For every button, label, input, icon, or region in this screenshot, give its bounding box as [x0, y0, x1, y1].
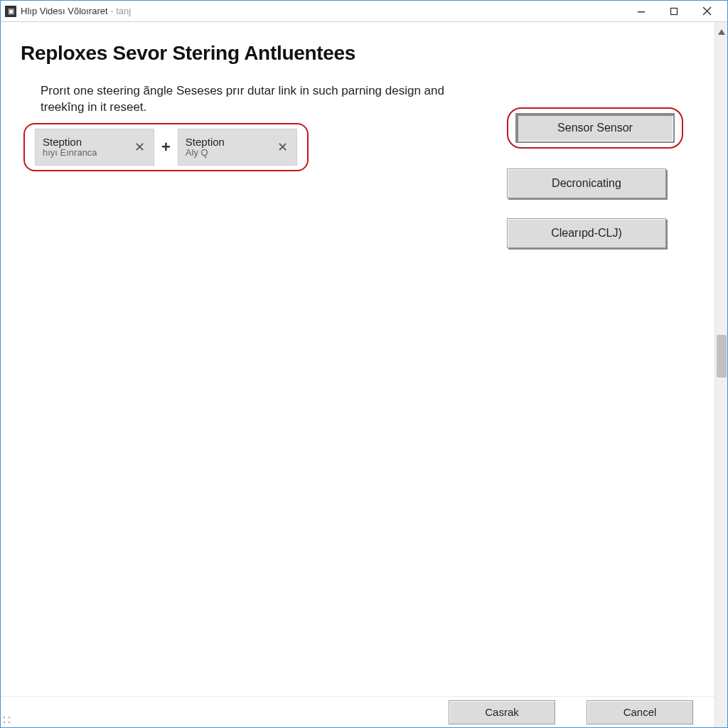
window-controls: [625, 1, 723, 21]
titlebar: ▣ Hlıp Videsı Võloıraret - tanj: [1, 1, 727, 22]
scroll-thumb[interactable]: [717, 335, 727, 378]
sensor-highlight: Sensor Sensor: [507, 107, 683, 149]
content-pane: Reploxes Sevor Stering Antluentees Prorı…: [1, 22, 714, 727]
app-window: ▣ Hlıp Videsı Võloıraret - tanj Reploxes…: [0, 0, 728, 728]
cancel-button[interactable]: Cancel: [587, 700, 693, 724]
chip-steption-2[interactable]: Steption Aly Q ✕: [178, 129, 297, 166]
svg-rect-1: [671, 8, 678, 14]
clear-button[interactable]: Clearıpd-CLJ): [507, 218, 666, 248]
chip-sub: Aly Q: [186, 148, 225, 159]
sensor-sensor-button[interactable]: Sensor Sensor: [515, 113, 675, 143]
vertical-scrollbar[interactable]: [714, 22, 727, 727]
resize-grip-icon[interactable]: ⸬: [4, 714, 10, 726]
minimize-button[interactable]: [625, 1, 658, 21]
right-button-column: Sensor Sensor Decronicating Clearıpd-CLJ…: [507, 107, 683, 248]
scroll-up-icon[interactable]: [717, 28, 727, 38]
chip-close-icon[interactable]: ✕: [276, 139, 289, 155]
window-title: Hlıp Videsı Võloıraret - tanj: [21, 6, 131, 16]
chip-label: Steption: [43, 136, 97, 148]
footer-bar: Casrak Cancel: [1, 696, 714, 727]
description-text: Prorıt one steering ãngle Seseses prır d…: [41, 83, 474, 116]
svg-rect-0: [638, 11, 645, 13]
minimize-icon: [637, 7, 646, 16]
chip-close-icon[interactable]: ✕: [133, 139, 146, 155]
chips-highlight: Steption hıyı Eınranca ✕ + Steption Aly …: [23, 123, 309, 171]
plus-separator: +: [160, 138, 172, 156]
page-title: Reploxes Sevor Stering Antluentees: [21, 42, 700, 65]
casrak-button[interactable]: Casrak: [449, 700, 555, 724]
chip-text: Steption Aly Q: [186, 136, 225, 159]
chip-label: Steption: [186, 136, 225, 148]
app-icon: ▣: [5, 6, 16, 17]
close-icon: [702, 6, 712, 16]
client-area: Reploxes Sevor Stering Antluentees Prorı…: [1, 22, 727, 727]
window-title-main: Hlıp Videsı Võloıraret: [21, 6, 108, 16]
window-title-muted: - tanj: [108, 6, 132, 16]
maximize-icon: [670, 7, 678, 16]
maximize-button[interactable]: [658, 1, 690, 21]
chip-text: Steption hıyı Eınranca: [43, 136, 97, 159]
close-window-button[interactable]: [690, 1, 723, 21]
chip-sub: hıyı Eınranca: [43, 148, 97, 159]
decronicating-button[interactable]: Decronicating: [507, 168, 666, 198]
chip-steption-1[interactable]: Steption hıyı Eınranca ✕: [35, 129, 154, 166]
